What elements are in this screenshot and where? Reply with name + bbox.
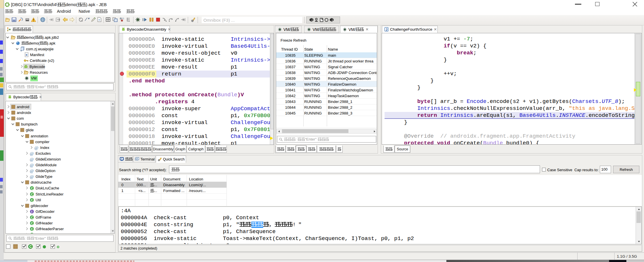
- svg-text:@: @: [34, 145, 38, 150]
- svg-text:C: C: [29, 245, 32, 249]
- svg-text:J: J: [386, 28, 387, 31]
- svg-text:C: C: [31, 222, 33, 225]
- svg-text:@: @: [30, 157, 34, 162]
- svg-text:@: @: [30, 174, 34, 179]
- svg-text:C: C: [31, 227, 33, 231]
- svg-text:X: X: [26, 53, 28, 56]
- svg-text:C: C: [31, 187, 33, 190]
- svg-text:C: C: [31, 233, 33, 234]
- svg-text:C: C: [31, 216, 33, 219]
- svg-text:@: @: [30, 169, 34, 173]
- svg-text:I: I: [31, 210, 32, 213]
- svg-text:C: C: [31, 193, 33, 196]
- svg-text:@: @: [30, 151, 34, 156]
- svg-text:C: C: [31, 198, 33, 202]
- svg-text:@: @: [30, 163, 34, 167]
